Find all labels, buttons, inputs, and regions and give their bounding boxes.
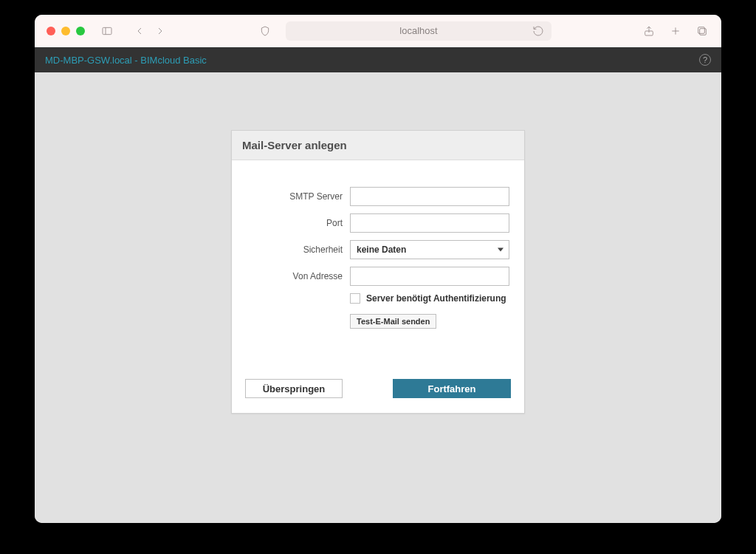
row-security: Sicherheit keine Daten xyxy=(247,240,509,259)
auth-checkbox-row: Server benötigt Authentifizierung xyxy=(350,293,509,304)
share-icon[interactable] xyxy=(642,24,656,38)
label-from: Von Adresse xyxy=(247,271,350,281)
forward-button[interactable] xyxy=(153,24,168,38)
label-smtp: SMTP Server xyxy=(247,191,350,202)
close-window-button[interactable] xyxy=(47,27,55,35)
row-port: Port xyxy=(247,213,509,233)
help-icon[interactable]: ? xyxy=(699,54,711,66)
mail-server-panel: Mail-Server anlegen SMTP Server Port Sic… xyxy=(231,130,525,414)
svg-rect-5 xyxy=(700,28,707,35)
from-address-input[interactable] xyxy=(350,267,509,286)
auth-checkbox[interactable] xyxy=(350,293,360,304)
titlebar: localhost xyxy=(35,15,721,47)
test-email-button[interactable]: Test-E-Mail senden xyxy=(350,314,436,329)
tabs-overview-icon[interactable] xyxy=(695,24,709,38)
traffic-lights xyxy=(47,27,85,35)
app-title: MD-MBP-GSW.local - BIMcloud Basic xyxy=(45,55,207,66)
svg-rect-6 xyxy=(698,27,705,33)
security-value: keine Daten xyxy=(357,244,406,255)
new-tab-icon[interactable] xyxy=(668,24,683,38)
privacy-shield-icon[interactable] xyxy=(258,24,272,38)
test-row: Test-E-Mail senden xyxy=(350,314,509,329)
continue-button[interactable]: Fortfahren xyxy=(393,379,511,398)
auth-label: Server benötigt Authentifizierung xyxy=(366,293,506,304)
smtp-input[interactable] xyxy=(350,187,509,206)
titlebar-right xyxy=(642,24,709,38)
browser-window: localhost MD-MBP-GSW.local - BIMcloud Ba… xyxy=(35,15,721,523)
panel-body: SMTP Server Port Sicherheit keine Daten xyxy=(232,160,524,336)
url-bar[interactable]: localhost xyxy=(286,21,551,41)
reload-icon[interactable] xyxy=(531,24,546,38)
security-select[interactable]: keine Daten xyxy=(350,240,509,259)
svg-rect-0 xyxy=(103,27,111,34)
panel-title: Mail-Server anlegen xyxy=(232,131,524,160)
row-smtp: SMTP Server xyxy=(247,187,509,206)
row-from: Von Adresse xyxy=(247,267,509,286)
skip-button[interactable]: Überspringen xyxy=(245,379,343,398)
panel-footer: Überspringen Fortfahren xyxy=(232,336,524,413)
minimize-window-button[interactable] xyxy=(61,27,70,35)
label-security: Sicherheit xyxy=(247,244,350,255)
label-port: Port xyxy=(247,218,350,228)
back-button[interactable] xyxy=(132,24,147,38)
zoom-window-button[interactable] xyxy=(76,27,85,35)
app-header: MD-MBP-GSW.local - BIMcloud Basic ? xyxy=(35,47,721,72)
sidebar-toggle-icon[interactable] xyxy=(100,24,114,38)
content-area: Mail-Server anlegen SMTP Server Port Sic… xyxy=(35,72,721,523)
port-input[interactable] xyxy=(350,213,509,233)
url-text: localhost xyxy=(399,25,437,36)
